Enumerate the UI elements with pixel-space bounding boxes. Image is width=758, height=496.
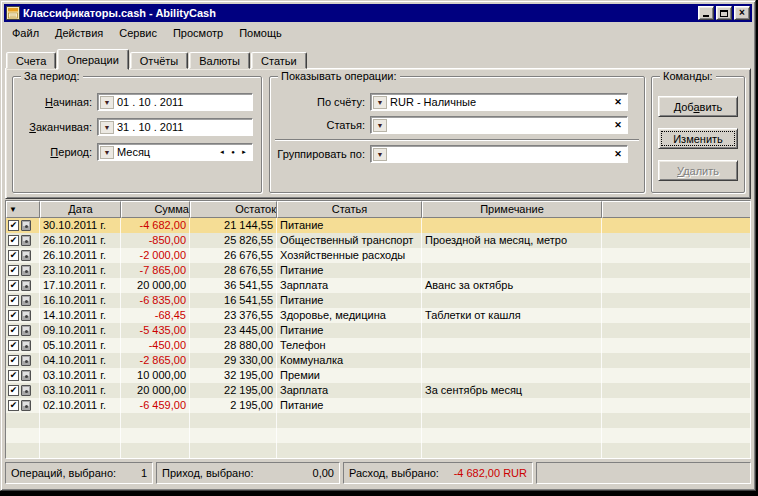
spin-dot-icon[interactable]: ● <box>228 146 238 158</box>
column-header-select[interactable]: ▼ <box>6 201 40 218</box>
cell-extra <box>602 383 750 398</box>
dropdown-icon[interactable]: ▼ <box>373 119 387 132</box>
column-header-date[interactable]: Дата <box>40 201 121 218</box>
close-button[interactable]: × <box>734 6 750 20</box>
edit-button[interactable]: Изменить <box>658 128 738 149</box>
category-filter-field[interactable]: ▼ ✕ <box>370 116 628 134</box>
empty-cell <box>6 413 40 428</box>
row-checkbox[interactable]: ✔ <box>8 235 19 246</box>
cell-sum: -2 865,00 <box>121 353 190 368</box>
lock-icon <box>21 355 31 366</box>
menu-file[interactable]: Файл <box>4 25 47 41</box>
empty-cell <box>190 413 277 428</box>
table-row[interactable]: ✔30.10.2011 г.-4 682,0021 144,55Питание <box>6 218 750 233</box>
menu-service[interactable]: Сервис <box>111 25 165 41</box>
table-row[interactable]: ✔02.10.2011 г.-6 459,002 195,00Питание <box>6 398 750 413</box>
row-select-cell: ✔ <box>6 293 40 308</box>
dropdown-icon[interactable]: ▼ <box>100 96 114 109</box>
tab-strip: Счета Операции Отчёты Валюты Статьи <box>6 48 308 69</box>
cell-balance: 22 195,00 <box>190 383 277 398</box>
empty-cell <box>6 428 40 443</box>
table-row[interactable]: ✔05.10.2011 г.-450,0028 880,00Телефон <box>6 338 750 353</box>
dropdown-icon[interactable]: ▼ <box>100 146 114 159</box>
row-checkbox[interactable]: ✔ <box>8 385 19 396</box>
table-row[interactable]: ✔26.10.2011 г.-850,0025 826,55Общественн… <box>6 233 750 248</box>
group-by-field[interactable]: ▼ ✕ <box>370 145 628 163</box>
table-row[interactable]: ✔03.10.2011 г.10 000,0032 195,00Премии <box>6 368 750 383</box>
row-checkbox[interactable]: ✔ <box>8 310 19 321</box>
menu-view[interactable]: Просмотр <box>165 25 231 41</box>
spin-left-icon[interactable]: ◄ <box>217 146 227 158</box>
row-checkbox[interactable]: ✔ <box>8 295 19 306</box>
row-checkbox[interactable]: ✔ <box>8 265 19 276</box>
tab-currencies[interactable]: Валюты <box>189 52 250 69</box>
spin-right-icon[interactable]: ► <box>239 146 249 158</box>
account-filter-field[interactable]: ▼ RUR - Наличные ✕ <box>370 93 628 111</box>
period-field[interactable]: ▼ Месяц ◄ ● ► <box>97 143 253 161</box>
table-row[interactable]: ✔23.10.2011 г.-7 865,0028 676,55Питание <box>6 263 750 278</box>
dropdown-icon[interactable]: ▼ <box>373 148 387 161</box>
lock-icon <box>21 295 31 306</box>
status-income-label: Приход, выбрано: <box>162 467 254 479</box>
menu-help[interactable]: Помощь <box>231 25 290 41</box>
maximize-button[interactable] <box>716 6 732 20</box>
column-header-note[interactable]: Примечание <box>422 201 602 218</box>
delete-button[interactable]: Удалить <box>658 160 738 181</box>
cell-note <box>422 218 602 233</box>
column-header-balance[interactable]: Остаток <box>190 201 277 218</box>
tab-accounts[interactable]: Счета <box>6 52 56 69</box>
status-bar: Операций, выбрано: 1 Приход, выбрано: 0,… <box>5 462 751 486</box>
lock-icon <box>21 370 31 381</box>
row-checkbox[interactable]: ✔ <box>8 325 19 336</box>
empty-cell <box>602 428 750 443</box>
dropdown-icon[interactable]: ▼ <box>100 121 114 134</box>
minimize-button[interactable] <box>698 6 714 20</box>
column-header-extra <box>602 201 750 218</box>
row-select-cell: ✔ <box>6 353 40 368</box>
cell-sum: 10 000,00 <box>121 368 190 383</box>
empty-cell <box>277 443 422 458</box>
cell-sum: -2 000,00 <box>121 248 190 263</box>
row-checkbox[interactable]: ✔ <box>8 400 19 411</box>
cell-note: Таблетки от кашля <box>422 308 602 323</box>
clear-icon[interactable]: ✕ <box>611 97 625 107</box>
commands-group: Команды: Добавить Изменить Удалить <box>651 76 745 193</box>
dropdown-icon[interactable]: ▼ <box>373 96 387 109</box>
table-row[interactable]: ✔09.10.2011 г.-5 435,0023 445,00Питание <box>6 323 750 338</box>
row-checkbox[interactable]: ✔ <box>8 220 19 231</box>
lock-icon <box>21 310 31 321</box>
cell-extra <box>602 368 750 383</box>
cell-balance: 26 676,55 <box>190 248 277 263</box>
cell-date: 03.10.2011 г. <box>40 368 121 383</box>
add-button[interactable]: Добавить <box>658 96 738 117</box>
lock-icon <box>21 280 31 291</box>
table-row[interactable]: ✔04.10.2011 г.-2 865,0029 330,00Коммунал… <box>6 353 750 368</box>
table-row[interactable]: ✔14.10.2011 г.-68,4523 376,55Здоровье, м… <box>6 308 750 323</box>
cell-note <box>422 263 602 278</box>
cell-balance: 28 676,55 <box>190 263 277 278</box>
cell-sum: 20 000,00 <box>121 383 190 398</box>
table-row[interactable]: ✔16.10.2011 г.-6 835,0016 541,55Питание <box>6 293 750 308</box>
table-row[interactable]: ✔03.10.2011 г.20 000,0022 195,00Зарплата… <box>6 383 750 398</box>
row-checkbox[interactable]: ✔ <box>8 340 19 351</box>
cell-balance: 29 330,00 <box>190 353 277 368</box>
tab-categories[interactable]: Статьи <box>251 52 307 69</box>
row-checkbox[interactable]: ✔ <box>8 280 19 291</box>
clear-icon[interactable]: ✕ <box>611 149 625 159</box>
end-date-value: 31 . 10 . 2011 <box>117 121 250 133</box>
table-row[interactable]: ✔17.10.2011 г.20 000,0036 541,55Зарплата… <box>6 278 750 293</box>
menu-actions[interactable]: Действия <box>47 25 111 41</box>
tab-operations[interactable]: Операции <box>57 49 128 70</box>
cell-balance: 2 195,00 <box>190 398 277 413</box>
tab-reports[interactable]: Отчёты <box>130 52 188 69</box>
end-date-field[interactable]: ▼ 31 . 10 . 2011 <box>97 118 253 136</box>
cell-note <box>422 248 602 263</box>
clear-icon[interactable]: ✕ <box>611 120 625 130</box>
row-checkbox[interactable]: ✔ <box>8 250 19 261</box>
column-header-category[interactable]: Статья <box>277 201 422 218</box>
column-header-sum[interactable]: Сумма <box>121 201 190 218</box>
table-row[interactable]: ✔26.10.2011 г.-2 000,0026 676,55Хозяйств… <box>6 248 750 263</box>
row-checkbox[interactable]: ✔ <box>8 370 19 381</box>
row-checkbox[interactable]: ✔ <box>8 355 19 366</box>
start-date-field[interactable]: ▼ 01 . 10 . 2011 <box>97 93 253 111</box>
